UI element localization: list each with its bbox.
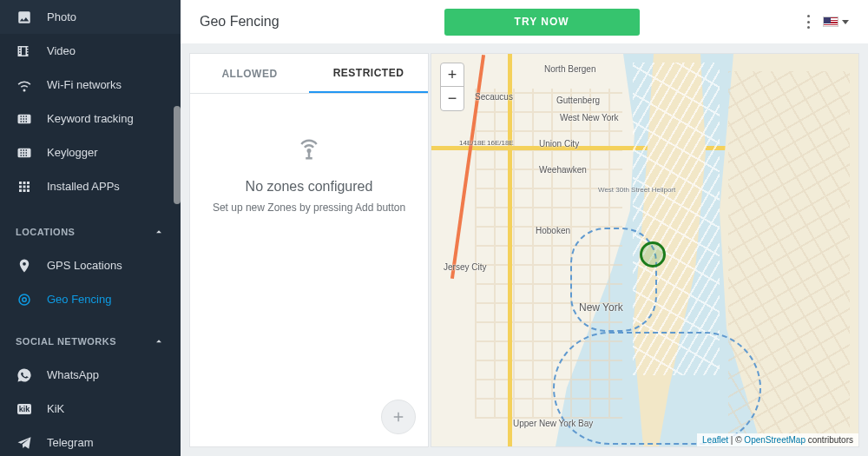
section-header-locations[interactable]: LOCATIONS xyxy=(0,215,181,248)
sidebar-scrollbar-thumb[interactable] xyxy=(174,106,181,204)
map-background: North Bergen Secaucus Guttenberg West Ne… xyxy=(431,54,858,446)
sidebar-item-keylogger[interactable]: Keylogger xyxy=(0,135,181,169)
pin-icon xyxy=(16,257,33,274)
kik-icon: kik xyxy=(16,400,33,418)
sidebar-item-label: WhatsApp xyxy=(47,368,99,381)
sidebar-item-apps[interactable]: Installed APPs xyxy=(0,169,181,203)
empty-subtitle: Set up new Zones by pressing Add button xyxy=(213,202,405,214)
zoom-out-button[interactable]: − xyxy=(441,87,464,110)
video-icon xyxy=(16,43,33,60)
sidebar-item-wifi[interactable]: Wi-Fi networks xyxy=(0,68,181,102)
target-icon xyxy=(16,291,33,308)
sidebar-item-telegram[interactable]: Telegram xyxy=(0,426,181,456)
main: Geo Fencing TRY NOW ALLOWED RESTRICTED N… xyxy=(181,0,868,456)
plus-icon xyxy=(391,409,406,425)
svg-point-1 xyxy=(23,297,27,301)
telegram-icon xyxy=(16,434,33,452)
sidebar-item-whatsapp[interactable]: WhatsApp xyxy=(0,358,181,392)
sidebar-item-label: Installed APPs xyxy=(47,180,120,193)
empty-title: No zones configured xyxy=(246,179,373,195)
leaflet-link[interactable]: Leaflet xyxy=(702,435,728,445)
section-header-social[interactable]: SOCIAL NETWORKS xyxy=(0,325,181,358)
tab-restricted[interactable]: RESTRICTED xyxy=(309,54,428,93)
sidebar-item-label: Keyword tracking xyxy=(47,112,134,125)
whatsapp-icon xyxy=(16,367,33,384)
more-menu-icon[interactable] xyxy=(807,15,811,29)
try-now-button[interactable]: TRY NOW xyxy=(444,9,640,36)
sidebar-item-label: GPS Locations xyxy=(47,259,122,272)
sidebar-item-label: Keylogger xyxy=(47,146,98,159)
sidebar-item-geofencing[interactable]: Geo Fencing xyxy=(0,282,181,316)
language-selector[interactable] xyxy=(823,17,849,27)
sidebar-item-gps[interactable]: GPS Locations xyxy=(0,248,181,282)
add-zone-button[interactable] xyxy=(381,400,416,434)
chevron-up-icon xyxy=(153,335,165,347)
flag-us-icon xyxy=(823,17,838,27)
geofence-marker[interactable] xyxy=(640,241,666,268)
content: ALLOWED RESTRICTED No zones configured S… xyxy=(181,44,868,456)
topbar: Geo Fencing TRY NOW xyxy=(181,0,868,44)
sidebar-item-label: Wi-Fi networks xyxy=(47,78,122,91)
zoom-in-button[interactable]: + xyxy=(441,63,464,87)
sidebar-scrollbar[interactable] xyxy=(174,0,181,456)
keyboard-icon xyxy=(16,110,33,128)
caret-down-icon xyxy=(842,20,849,24)
sidebar-item-photo[interactable]: Photo xyxy=(0,0,181,34)
section-title: SOCIAL NETWORKS xyxy=(16,336,116,347)
osm-link[interactable]: OpenStreetMap xyxy=(744,435,806,445)
sidebar-item-label: Geo Fencing xyxy=(47,293,111,306)
antenna-icon xyxy=(296,135,322,165)
map[interactable]: North Bergen Secaucus Guttenberg West Ne… xyxy=(431,53,859,447)
zoom-control: + − xyxy=(440,63,464,111)
chevron-up-icon xyxy=(153,226,165,238)
section-title: LOCATIONS xyxy=(16,227,75,237)
grid-icon xyxy=(16,178,33,195)
sidebar-item-label: KiK xyxy=(47,402,64,415)
photo-icon xyxy=(16,9,33,26)
sidebar: Photo Video Wi-Fi networks Keyword track… xyxy=(0,0,181,456)
sidebar-item-video[interactable]: Video xyxy=(0,34,181,68)
keyboard-icon xyxy=(16,144,33,162)
tab-allowed[interactable]: ALLOWED xyxy=(190,54,309,93)
sidebar-item-kik[interactable]: kik KiK xyxy=(0,392,181,426)
svg-point-2 xyxy=(308,149,311,152)
page-title: Geo Fencing xyxy=(200,14,279,30)
tabs: ALLOWED RESTRICTED xyxy=(190,54,428,94)
wifi-icon xyxy=(16,76,33,94)
sidebar-item-label: Telegram xyxy=(47,436,93,449)
sidebar-item-label: Photo xyxy=(47,10,76,23)
svg-point-0 xyxy=(19,294,30,305)
zones-panel: ALLOWED RESTRICTED No zones configured S… xyxy=(189,53,429,447)
empty-state: No zones configured Set up new Zones by … xyxy=(190,94,428,446)
map-attribution: Leaflet | © OpenStreetMap contributors xyxy=(697,433,858,446)
sidebar-item-keyword[interactable]: Keyword tracking xyxy=(0,102,181,135)
sidebar-item-label: Video xyxy=(47,44,76,57)
